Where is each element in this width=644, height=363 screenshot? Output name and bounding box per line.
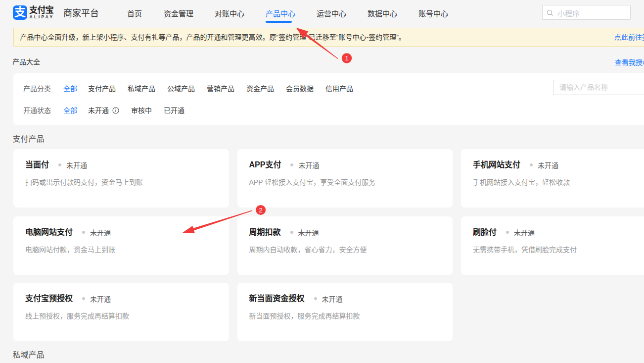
svg-text:1: 1: [345, 54, 348, 62]
